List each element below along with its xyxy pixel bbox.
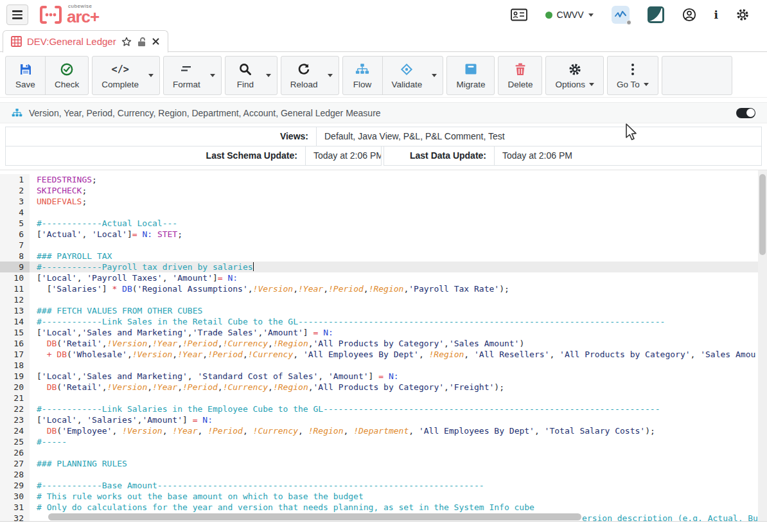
- info-icon[interactable]: i: [714, 8, 718, 21]
- code-line-10[interactable]: 10['Local', 'Payroll Taxes', 'Amount']= …: [0, 272, 758, 283]
- line-number: 17: [0, 349, 30, 360]
- line-number: 30: [0, 491, 30, 502]
- toolbar-overflow-block: [662, 56, 732, 95]
- code-line-7[interactable]: 7: [0, 240, 758, 251]
- line-number: 13: [0, 305, 30, 316]
- validate-button[interactable]: Validate: [383, 57, 432, 94]
- line-number: 16: [0, 338, 30, 349]
- code-line-23[interactable]: 23['Local', 'Salaries','Amount'] = N:: [0, 414, 758, 425]
- line-number: 8: [0, 251, 30, 262]
- rules-code-editor[interactable]: 1FEEDSTRINGS;2SKIPCHECK;3UNDEFVALS;45#--…: [0, 170, 767, 522]
- unlock-icon[interactable]: [137, 37, 146, 47]
- find-button[interactable]: Find: [225, 57, 265, 94]
- reload-button[interactable]: Reload: [281, 57, 327, 94]
- cube-dimension-bar: Version, Year, Period, Currency, Region,…: [0, 102, 767, 123]
- canvas-app-icon[interactable]: [648, 6, 664, 23]
- vertical-scrollbar[interactable]: [758, 170, 767, 521]
- archive-box-icon: [464, 62, 477, 76]
- code-line-11[interactable]: 11 ['Salaries'] * DB('Regional Assumptio…: [0, 283, 758, 294]
- server-selector-dropdown[interactable]: CWVV: [545, 10, 594, 20]
- code-line-15[interactable]: 15['Local','Sales and Marketing','Trade …: [0, 327, 758, 338]
- search-icon: [239, 62, 252, 76]
- flow-button[interactable]: Flow: [343, 57, 383, 94]
- close-tab-icon[interactable]: [152, 37, 160, 46]
- vertical-scrollbar-thumb[interactable]: [759, 174, 766, 255]
- complete-button[interactable]: </> Complete: [93, 57, 148, 94]
- code-text: [30, 469, 758, 480]
- code-text: DB('Retail',!Version,!Year,!Period,!Curr…: [30, 382, 758, 393]
- code-line-25[interactable]: 25#-----: [0, 436, 758, 447]
- code-line-18[interactable]: 18: [0, 360, 758, 371]
- code-line-16[interactable]: 16 DB('Retail',!Version,!Year,!Period,!C…: [0, 338, 758, 349]
- delete-label: Delete: [507, 80, 533, 89]
- code-line-19[interactable]: 19['Local','Sales and Marketing', 'Stand…: [0, 371, 758, 382]
- last-schema-update-row: Last Schema Update: Today at 2:06 PM: [5, 146, 382, 166]
- code-line-24[interactable]: 24 DB('Employee', !Version, !Year, !Peri…: [0, 425, 758, 436]
- arc-logo-mark-icon: [39, 4, 63, 26]
- code-line-4[interactable]: 4: [0, 207, 758, 218]
- brand-arc-label: arc+: [67, 8, 99, 25]
- code-line-27[interactable]: 27### PLANNING RULES: [0, 458, 758, 469]
- code-icon: </>: [112, 62, 129, 76]
- code-line-29[interactable]: 29#------------Base Amount--------------…: [0, 480, 758, 491]
- code-line-28[interactable]: 28: [0, 469, 758, 480]
- code-line-5[interactable]: 5#------------Actual Local---: [0, 218, 758, 229]
- check-button[interactable]: Check: [46, 57, 88, 94]
- save-button[interactable]: Save: [6, 57, 46, 94]
- code-line-17[interactable]: 17 + DB('Wholesale',!Version,!Year,!Peri…: [0, 349, 758, 360]
- code-line-13[interactable]: 13### FETCH VALUES FROM OTHER CUBES: [0, 305, 758, 316]
- complete-dropdown-caret[interactable]: [148, 57, 159, 94]
- find-dropdown-caret[interactable]: [265, 57, 277, 94]
- horizontal-scrollbar-thumb[interactable]: [48, 513, 581, 520]
- migrate-button[interactable]: Migrate: [447, 57, 494, 94]
- line-number: 2: [0, 185, 30, 196]
- code-line-26[interactable]: 26: [0, 447, 758, 458]
- code-line-2[interactable]: 2SKIPCHECK;: [0, 185, 758, 196]
- options-button[interactable]: Options: [546, 57, 603, 94]
- format-label: Format: [173, 80, 200, 89]
- validate-dropdown-caret[interactable]: [431, 57, 443, 94]
- check-icon: [60, 62, 73, 76]
- pulse-status-dot: [626, 20, 631, 25]
- code-line-21[interactable]: 21: [0, 393, 758, 403]
- code-line-9[interactable]: 9#------------Payroll tax driven by sala…: [0, 262, 758, 272]
- user-account-icon[interactable]: [682, 8, 696, 22]
- line-number: 29: [0, 480, 30, 491]
- validate-diamond-icon: [400, 62, 413, 76]
- line-number: 12: [0, 294, 30, 305]
- code-text: [30, 360, 758, 371]
- goto-button[interactable]: Go To: [608, 57, 658, 94]
- favorite-star-icon[interactable]: [121, 37, 132, 47]
- data-update-value: Today at 2:06 PM: [495, 146, 572, 165]
- pulse-monitor-icon[interactable]: [612, 6, 630, 24]
- views-value: Default, Java View, P&L, P&L Comment, Te…: [317, 127, 505, 146]
- contact-card-icon[interactable]: [511, 8, 527, 21]
- line-number: 14: [0, 316, 30, 327]
- code-text: + DB('Wholesale',!Version,!Year,!Period,…: [30, 349, 758, 360]
- code-line-8[interactable]: 8### PAYROLL TAX: [0, 251, 758, 262]
- panel-toggle[interactable]: [736, 108, 755, 118]
- code-text: ['Local','Sales and Marketing', 'Standar…: [30, 371, 758, 382]
- line-number: 26: [0, 447, 30, 458]
- tab-dev-general-ledger[interactable]: DEV:General Ledger: [3, 30, 168, 53]
- code-line-20[interactable]: 20 DB('Retail',!Version,!Year,!Period,!C…: [0, 382, 758, 393]
- delete-button[interactable]: Delete: [498, 57, 542, 94]
- format-button[interactable]: Format: [164, 57, 209, 94]
- line-number: 11: [0, 283, 30, 294]
- code-line-1[interactable]: 1FEEDSTRINGS;: [0, 174, 758, 185]
- code-line-12[interactable]: 12: [0, 294, 758, 305]
- line-number: 10: [0, 272, 30, 283]
- code-line-6[interactable]: 6['Actual', 'Local']= N: STET;: [0, 229, 758, 240]
- code-line-31[interactable]: 31# Only do calculations for the year an…: [0, 502, 758, 513]
- settings-gear-icon[interactable]: [736, 8, 749, 21]
- code-line-30[interactable]: 30# This rule works out the base amount …: [0, 491, 758, 502]
- line-number: 25: [0, 436, 30, 447]
- code-line-14[interactable]: 14#------------Link Sales in the Retail …: [0, 316, 758, 327]
- code-line-22[interactable]: 22#------------Link Salaries in the Empl…: [0, 403, 758, 414]
- format-dropdown-caret[interactable]: [209, 57, 221, 94]
- code-text: #------------Base Amount----------------…: [30, 480, 758, 491]
- reload-dropdown-caret[interactable]: [327, 57, 339, 94]
- hamburger-menu-button[interactable]: [6, 4, 28, 25]
- goto-dropdown-caret: [644, 83, 649, 86]
- code-line-3[interactable]: 3UNDEFVALS;: [0, 196, 758, 207]
